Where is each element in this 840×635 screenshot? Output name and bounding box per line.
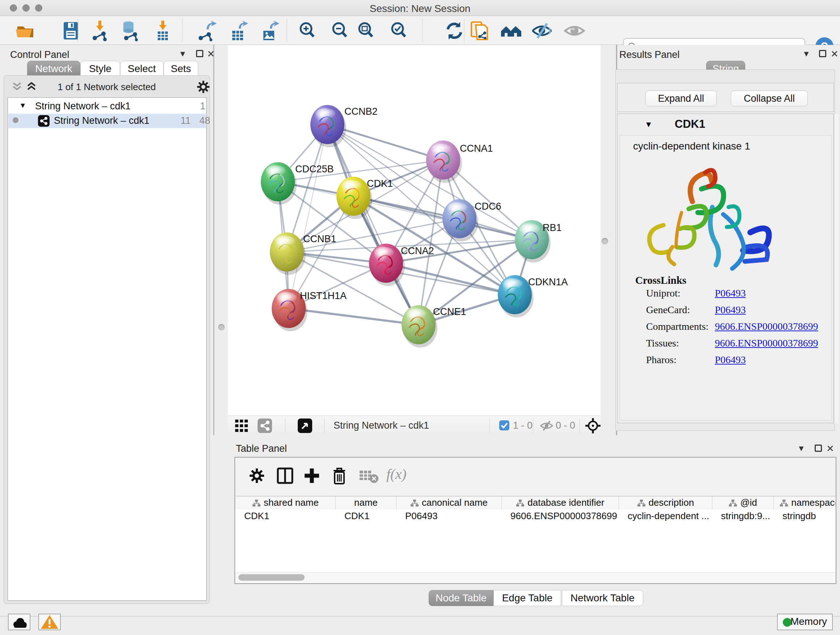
right-splitter[interactable] bbox=[600, 45, 617, 435]
cell-description[interactable]: cyclin-dependent ... bbox=[628, 509, 711, 523]
cell-canonical-name[interactable]: P06493 bbox=[405, 509, 500, 523]
column-header-@id[interactable]: @id bbox=[712, 496, 774, 509]
expand-all-button[interactable]: Expand All bbox=[645, 90, 717, 106]
network-options-gear-icon[interactable] bbox=[196, 80, 210, 94]
zoom-out-icon[interactable] bbox=[329, 20, 351, 42]
import-table-file-icon[interactable] bbox=[152, 20, 174, 42]
table-hscrollbar-thumb[interactable] bbox=[238, 574, 305, 581]
node-CCNB1[interactable]: CCNB1 bbox=[270, 233, 336, 275]
import-network-file-icon[interactable] bbox=[89, 20, 111, 42]
cell-shared-name[interactable]: CDK1 bbox=[244, 509, 334, 523]
node-CCNA1[interactable]: CCNA1 bbox=[426, 141, 493, 183]
collapse-all-button[interactable]: Collapse All bbox=[731, 90, 808, 106]
cloud-button[interactable] bbox=[8, 614, 30, 630]
memory-button[interactable]: Memory bbox=[777, 614, 833, 630]
node-label-CCNA1: CCNA1 bbox=[460, 143, 493, 154]
zoom-selected-icon[interactable] bbox=[388, 20, 410, 42]
refresh-icon[interactable] bbox=[444, 20, 465, 42]
node-table[interactable]: shared namenamecanonical namedatabase id… bbox=[235, 496, 835, 572]
cell-database-identifier[interactable]: 9606.ENSP00000378699 bbox=[510, 509, 617, 523]
tab-network[interactable]: Network bbox=[27, 61, 80, 77]
grid-view-icon[interactable] bbox=[235, 420, 248, 432]
open-session-icon[interactable] bbox=[14, 20, 36, 42]
export-table-icon[interactable] bbox=[228, 20, 249, 42]
network-canvas[interactable]: CCNB2CCNA1CDC25BCDK1CDC6RB1CCNB1CCNA2CDK… bbox=[228, 45, 600, 416]
import-network-database-icon[interactable] bbox=[120, 20, 141, 42]
add-column-icon[interactable] bbox=[302, 466, 321, 485]
open-in-window-icon[interactable] bbox=[298, 418, 312, 433]
split-columns-icon[interactable] bbox=[276, 466, 294, 485]
network-label: String Network – cdk1 bbox=[54, 115, 149, 126]
column-header-database-identifier[interactable]: database identifier bbox=[502, 496, 619, 509]
node-CDC25B[interactable]: CDC25B bbox=[261, 162, 334, 204]
tab-node-table[interactable]: Node Table bbox=[429, 590, 493, 606]
right-splitter-handle[interactable] bbox=[602, 238, 608, 244]
selected-checkbox[interactable] bbox=[499, 420, 509, 431]
warnings-button[interactable] bbox=[38, 614, 61, 630]
node-CDKN1A[interactable]: CDKN1A bbox=[498, 275, 568, 318]
table-settings-gear-icon[interactable] bbox=[248, 467, 265, 485]
results-scrollbar[interactable] bbox=[834, 114, 838, 423]
home-icon[interactable] bbox=[500, 20, 522, 42]
node-CCNB2[interactable]: CCNB2 bbox=[310, 105, 378, 147]
table-panel-menu-icon[interactable]: ▼ bbox=[797, 444, 805, 453]
table-panel-close-icon[interactable]: ✕ bbox=[826, 443, 834, 454]
tab-select[interactable]: Select bbox=[120, 61, 164, 77]
column-header-shared-name[interactable]: shared name bbox=[235, 496, 336, 509]
tab-style[interactable]: Style bbox=[80, 61, 120, 77]
zoom-fit-icon[interactable] bbox=[355, 20, 377, 42]
column-header-namespace[interactable]: namespace bbox=[774, 496, 835, 509]
crosslink-link[interactable]: P06493 bbox=[715, 287, 746, 299]
collection-expand-icon[interactable]: ▼ bbox=[19, 101, 27, 110]
clone-network-icon[interactable] bbox=[469, 20, 490, 42]
delete-column-icon[interactable] bbox=[330, 466, 349, 486]
cell-@id[interactable]: stringdb:9... bbox=[721, 509, 772, 523]
table-panel-float-icon[interactable] bbox=[815, 445, 822, 452]
table-hscrollbar[interactable] bbox=[235, 572, 835, 583]
network-selected-status: 1 of 1 Network selected bbox=[4, 81, 210, 93]
node-CDK1[interactable]: CDK1 bbox=[336, 177, 393, 219]
column-header-description[interactable]: description bbox=[619, 496, 712, 509]
network-collection-row[interactable]: ▼ String Network – cdk1 1 bbox=[8, 99, 206, 114]
delete-table-icon[interactable] bbox=[359, 469, 379, 484]
export-image-icon[interactable] bbox=[259, 20, 281, 42]
edge-CCNE1-HIST1H1A[interactable] bbox=[289, 309, 418, 325]
crosslink-link[interactable]: P06493 bbox=[715, 304, 746, 315]
selected-counts: 1 - 0 bbox=[513, 420, 532, 431]
left-splitter[interactable] bbox=[213, 45, 228, 435]
share-view-icon[interactable] bbox=[257, 418, 272, 433]
hide-selected-eye-slash-icon[interactable] bbox=[531, 20, 553, 42]
results-panel-menu-icon[interactable]: ▼ bbox=[802, 49, 810, 59]
string-network-graph[interactable]: CCNB2CCNA1CDC25BCDK1CDC6RB1CCNB1CCNA2CDK… bbox=[228, 45, 600, 416]
show-all-eye-icon[interactable] bbox=[564, 20, 585, 42]
cell-name[interactable]: CDK1 bbox=[344, 509, 395, 523]
column-header-name[interactable]: name bbox=[336, 496, 396, 509]
control-panel: Control Panel ▼ ✕ Network Style Select S… bbox=[0, 45, 213, 616]
birds-eye-icon[interactable] bbox=[584, 417, 601, 434]
network-row-selected[interactable]: String Network – cdk1 11 48 bbox=[8, 114, 206, 128]
save-session-icon[interactable] bbox=[60, 20, 82, 42]
control-panel-float-icon[interactable] bbox=[196, 50, 203, 57]
left-splitter-handle[interactable] bbox=[218, 324, 225, 331]
node-CCNA2[interactable]: CCNA2 bbox=[369, 244, 434, 286]
export-network-icon[interactable] bbox=[196, 20, 218, 42]
edge-CCNB2-HIST1H1A[interactable] bbox=[289, 125, 327, 309]
crosslink-link[interactable]: P06493 bbox=[715, 354, 746, 365]
results-panel-close-icon[interactable]: ✕ bbox=[831, 49, 838, 60]
protein-collapse-icon[interactable]: ▼ bbox=[645, 120, 653, 129]
node-label-CDKN1A: CDKN1A bbox=[528, 277, 568, 287]
tab-edge-table[interactable]: Edge Table bbox=[493, 590, 561, 606]
cell-namespace[interactable]: stringdb bbox=[783, 509, 835, 523]
column-header-canonical-name[interactable]: canonical name bbox=[396, 496, 502, 509]
node-CDC6[interactable]: CDC6 bbox=[442, 199, 501, 241]
node-CCNE1[interactable]: CCNE1 bbox=[401, 305, 466, 348]
tab-network-table[interactable]: Network Table bbox=[562, 590, 643, 606]
crosslink-link[interactable]: 9606.ENSP00000378699 bbox=[715, 337, 818, 348]
zoom-in-icon[interactable] bbox=[297, 20, 318, 42]
results-panel-float-icon[interactable] bbox=[819, 50, 826, 57]
crosslink-link[interactable]: 9606.ENSP00000378699 bbox=[715, 321, 818, 332]
edge-CCNA1-CCNE1[interactable] bbox=[418, 160, 443, 325]
control-panel-menu-icon[interactable]: ▼ bbox=[179, 49, 187, 59]
tab-sets[interactable]: Sets bbox=[164, 61, 198, 77]
node-RB1[interactable]: RB1 bbox=[515, 220, 562, 263]
